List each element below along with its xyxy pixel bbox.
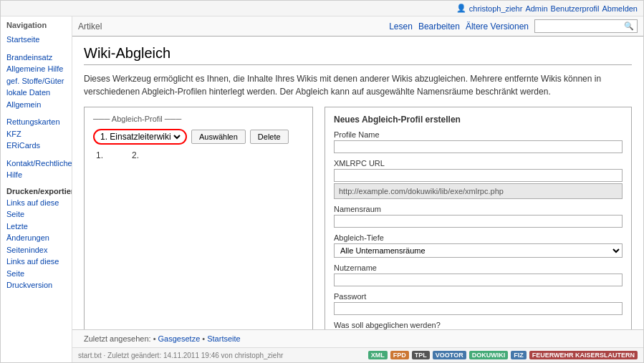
sidebar-group-rettung: Rettungskarten KFZ ERiCards <box>6 116 66 152</box>
abgleich-box-title: ─── Abgleich-Profil ─── <box>93 115 304 123</box>
badge-xml: XML <box>368 351 388 359</box>
sidebar-group-label-export: Drucken/exportieren <box>6 187 66 195</box>
sidebar-item-kontakt[interactable]: Kontakt/Rechtliches Hilfe <box>6 158 66 181</box>
username-input[interactable] <box>334 274 623 286</box>
form-group-username: Nutzername <box>334 263 623 286</box>
xmlrpc-example: http://example.com/dokuwiki/lib/exe/xmlr… <box>334 183 623 199</box>
profile-link[interactable]: Benutzerprofil <box>551 4 600 13</box>
footer-bar: Zuletzt angesehen: • Gasgesetze • Starts… <box>72 329 643 347</box>
search-button[interactable]: 🔍 <box>624 21 634 31</box>
select-button[interactable]: Auswählen <box>191 130 246 144</box>
password-input[interactable] <box>334 302 623 315</box>
sidebar-item-stoffe[interactable]: gef. Stoffe/Güter <box>6 75 66 87</box>
logout-link[interactable]: Abmelden <box>602 4 638 13</box>
xmlrpc-input[interactable] <box>334 169 623 182</box>
sidebar-item-allgemeine-hilfe[interactable]: Allgemeine Hilfe <box>6 63 66 75</box>
namespace-label: Namensraum <box>334 205 623 213</box>
namespace-input[interactable] <box>334 215 623 228</box>
main-area: Navigation Startseite Brandeinsatz Allge… <box>1 16 643 362</box>
abgleich-row: 1. Einsatzleiterwiki Auswählen Delete <box>93 129 304 145</box>
content-area: Artikel Lesen Bearbeiten Ältere Versione… <box>72 16 643 362</box>
two-column-layout: ─── Abgleich-Profil ─── 1. Einsatzleiter… <box>84 107 632 329</box>
sidebar-item-druck[interactable]: Druckversion <box>6 279 66 291</box>
sidebar-item-ericards[interactable]: ERiCards <box>6 140 66 152</box>
top-bar: 👤 christoph_ziehr Admin Benutzerprofil A… <box>1 1 643 16</box>
bottom-badges: XML FPD TPL VOOTOR DOKUWIKI FIZ FEUERWEH… <box>368 351 638 359</box>
tab-lesen[interactable]: Lesen <box>389 21 413 32</box>
sidebar-group-kontakt: Kontakt/Rechtliches Hilfe <box>6 158 66 181</box>
depth-select[interactable]: Alle Unternamensräume <box>334 243 623 258</box>
sidebar-item-links2[interactable]: Links auf diese Seite <box>6 256 66 279</box>
article-content: Wiki-Abgleich Dieses Werkzeug ermöglicht… <box>72 37 643 329</box>
article-tab-label: Artikel <box>78 21 102 32</box>
sidebar-item-startseite[interactable]: Startseite <box>6 34 66 46</box>
badge-vector: VOOTOR <box>433 351 466 359</box>
sidebar-item-seitenindex[interactable]: Seitenindex <box>6 244 66 256</box>
form-group-namespace: Namensraum <box>334 205 623 228</box>
sidebar-group-export: Drucken/exportieren Links auf diese Seit… <box>6 187 66 291</box>
badge-fpd: FPD <box>390 351 409 359</box>
dropdown-highlight[interactable]: 1. Einsatzleiterwiki <box>93 129 187 145</box>
annotation-labels: 1. 2. <box>93 150 304 160</box>
username-label: Nutzername <box>334 263 623 272</box>
password-label: Passwort <box>334 292 623 301</box>
delete-button[interactable]: Delete <box>250 130 289 144</box>
article-title: Wiki-Abgleich <box>84 45 632 65</box>
badge-tpl: TPL <box>412 351 430 359</box>
abgleich-profil-box: ─── Abgleich-Profil ─── 1. Einsatzleiter… <box>84 107 313 329</box>
sidebar-item-rettungskarten[interactable]: Rettungskarten KFZ <box>6 116 66 140</box>
form-group-depth: Abgleich-Tiefe Alle Unternamensräume <box>334 233 623 258</box>
footer-link-startseite[interactable]: Startseite <box>207 334 240 343</box>
profile-dropdown[interactable]: 1. Einsatzleiterwiki <box>97 131 183 142</box>
badge-fiz: FIZ <box>511 351 527 359</box>
annotation-2: 2. <box>132 150 139 160</box>
username-link[interactable]: christoph_ziehr <box>469 4 523 13</box>
sidebar-item-letzte[interactable]: Letzte Änderungen <box>6 221 66 244</box>
file-info: start.txt · Zuletzt geändert: 14.11.2011… <box>78 352 283 359</box>
tab-actions: Lesen Bearbeiten Ältere Versionen 🔍 <box>389 19 638 33</box>
sidebar-item-brandeinsatz[interactable]: Brandeinsatz <box>6 52 66 64</box>
user-icon: 👤 <box>456 4 466 13</box>
tab-aeltere[interactable]: Ältere Versionen <box>466 21 529 32</box>
search-box: 🔍 <box>534 19 638 33</box>
sidebar-item-links[interactable]: Links auf diese Seite <box>6 197 66 221</box>
form-group-profile-name: Profile Name <box>334 130 623 153</box>
depth-label: Abgleich-Tiefe <box>334 233 623 242</box>
profile-form-title: Neues Abgleich-Profil erstellen <box>334 115 623 125</box>
bottom-info: start.txt · Zuletzt geändert: 14.11.2011… <box>72 347 643 362</box>
admin-link[interactable]: Admin <box>525 4 547 13</box>
footer-link-gasgesetze[interactable]: Gasgesetze <box>158 334 201 343</box>
sidebar-title: Navigation <box>6 21 66 29</box>
sidebar-item-allgemein[interactable]: Allgemein <box>6 99 66 111</box>
form-group-password: Passwort <box>334 292 623 315</box>
article-tabs: Artikel Lesen Bearbeiten Ältere Versione… <box>72 16 643 37</box>
badge-dokuwiki: DOKUWIKI <box>469 351 509 359</box>
badge-feuerwehr: FEUERWEHR KAISERSLAUTERN <box>529 351 638 359</box>
sidebar-group-einsatz: Brandeinsatz Allgemeine Hilfe gef. Stoff… <box>6 52 66 111</box>
sidebar: Navigation Startseite Brandeinsatz Allge… <box>1 16 72 362</box>
profile-name-input[interactable] <box>334 140 623 153</box>
sync-label: Was soll abgeglichen werden? <box>334 321 623 329</box>
tab-bearbeiten[interactable]: Bearbeiten <box>418 21 460 32</box>
profile-name-label: Profile Name <box>334 130 623 139</box>
search-input[interactable] <box>538 22 624 31</box>
recently-seen-label: Zuletzt angesehen: <box>84 334 151 343</box>
form-group-sync: Was soll abgeglichen werden? Alles Nur S… <box>334 321 623 329</box>
sidebar-item-lokale-daten[interactable]: lokale Daten <box>6 87 66 99</box>
xmlrpc-label: XMLRPC URL <box>334 159 623 168</box>
article-intro: Dieses Werkzeug ermöglicht es Ihnen, die… <box>84 72 632 98</box>
form-group-xmlrpc: XMLRPC URL http://example.com/dokuwiki/l… <box>334 159 623 199</box>
profile-form-box: Neues Abgleich-Profil erstellen Profile … <box>325 107 632 329</box>
sidebar-group-home: Startseite <box>6 34 66 46</box>
annotation-1: 1. <box>96 150 103 160</box>
